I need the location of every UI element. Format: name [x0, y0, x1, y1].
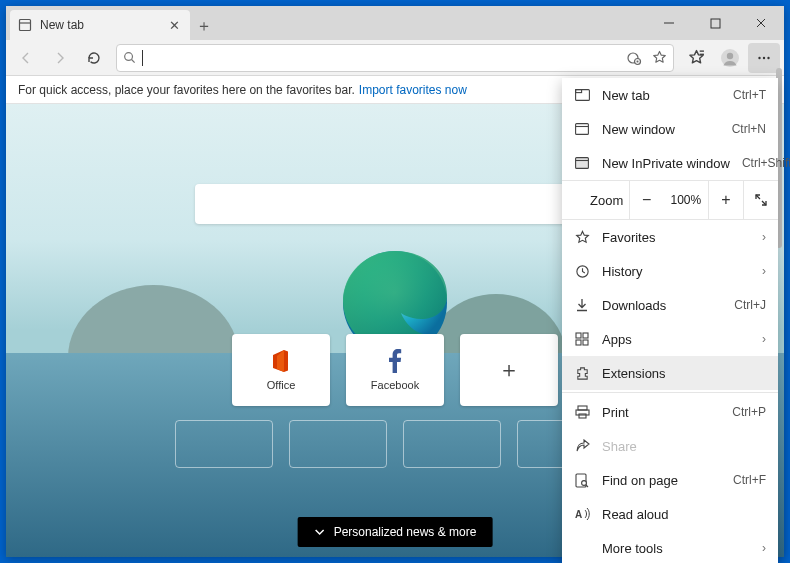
news-label: Personalized news & more	[334, 525, 477, 539]
profile-button[interactable]	[714, 43, 746, 73]
browser-window: New tab ✕ ＋	[6, 6, 784, 557]
text-cursor	[142, 50, 143, 66]
svg-rect-23	[576, 124, 589, 135]
history-icon	[574, 263, 590, 279]
zoom-out-button[interactable]: −	[629, 181, 664, 219]
svg-point-14	[727, 52, 733, 58]
share-icon	[574, 438, 590, 454]
office-icon	[269, 349, 293, 373]
menu-history[interactable]: History ›	[562, 254, 778, 288]
window-icon	[574, 121, 590, 137]
apps-icon	[574, 331, 590, 347]
facebook-icon	[383, 349, 407, 373]
menu-find[interactable]: Find on page Ctrl+F	[562, 463, 778, 497]
menu-zoom: Zoom − 100% +	[562, 180, 778, 220]
import-favorites-link[interactable]: Import favorites now	[359, 83, 467, 97]
svg-point-10	[637, 60, 639, 62]
read-aloud-icon: A	[574, 506, 590, 522]
favorites-button[interactable]	[680, 43, 712, 73]
menu-read-aloud[interactable]: A Read aloud	[562, 497, 778, 531]
menu-favorites[interactable]: Favorites ›	[562, 220, 778, 254]
svg-rect-21	[575, 90, 589, 101]
download-icon	[574, 297, 590, 313]
chevron-right-icon: ›	[762, 230, 766, 244]
svg-rect-32	[583, 340, 588, 345]
menu-downloads[interactable]: Downloads Ctrl+J	[562, 288, 778, 322]
titlebar: New tab ✕ ＋	[6, 6, 784, 40]
svg-point-37	[582, 480, 587, 485]
menu-extensions[interactable]: Extensions	[562, 356, 778, 390]
menu-share: Share	[562, 429, 778, 463]
minimize-button[interactable]	[646, 6, 692, 40]
svg-rect-0	[20, 20, 31, 31]
svg-rect-3	[711, 19, 720, 28]
address-bar[interactable]	[116, 44, 674, 72]
chevron-down-icon	[314, 526, 326, 538]
inprivate-icon	[574, 155, 590, 171]
svg-text:A: A	[575, 509, 582, 520]
new-tab-button[interactable]: ＋	[190, 12, 218, 40]
chevron-right-icon: ›	[762, 332, 766, 346]
plus-icon: ＋	[497, 358, 521, 382]
active-tab[interactable]: New tab ✕	[10, 10, 190, 40]
menu-more-tools[interactable]: More tools ›	[562, 531, 778, 563]
ntp-search-box[interactable]	[195, 184, 595, 224]
svg-point-16	[763, 56, 765, 58]
extensions-icon	[574, 365, 590, 381]
tile-label: Facebook	[371, 379, 419, 391]
add-quick-link-button[interactable]: ＋	[460, 334, 558, 406]
menu-apps[interactable]: Apps ›	[562, 322, 778, 356]
svg-rect-22	[575, 90, 581, 93]
star-icon	[574, 229, 590, 245]
fullscreen-button[interactable]	[743, 181, 778, 219]
menu-print[interactable]: Print Ctrl+P	[562, 395, 778, 429]
menu-new-tab[interactable]: New tab Ctrl+T	[562, 78, 778, 112]
back-button[interactable]	[10, 43, 42, 73]
find-icon	[574, 472, 590, 488]
quick-links: Office Facebook ＋	[232, 334, 558, 406]
forward-button[interactable]	[44, 43, 76, 73]
quick-link-placeholder	[403, 420, 501, 468]
quick-link-office[interactable]: Office	[232, 334, 330, 406]
maximize-button[interactable]	[692, 6, 738, 40]
print-icon	[574, 404, 590, 420]
quick-link-facebook[interactable]: Facebook	[346, 334, 444, 406]
settings-menu: New tab Ctrl+T New window Ctrl+N New InP…	[562, 78, 778, 563]
page-icon	[18, 18, 32, 32]
search-icon	[123, 51, 136, 64]
menu-separator	[562, 392, 778, 393]
menu-new-window[interactable]: New window Ctrl+N	[562, 112, 778, 146]
quick-link-placeholders	[175, 420, 615, 468]
svg-point-6	[125, 53, 133, 61]
news-expand-button[interactable]: Personalized news & more	[298, 517, 493, 547]
tile-label: Office	[267, 379, 296, 391]
window-controls	[646, 6, 784, 40]
svg-point-15	[758, 56, 760, 58]
svg-rect-30	[583, 333, 588, 338]
svg-rect-26	[576, 158, 589, 169]
zoom-value: 100%	[664, 193, 708, 207]
quick-link-placeholder	[175, 420, 273, 468]
svg-line-7	[132, 60, 135, 63]
svg-rect-33	[578, 406, 587, 410]
svg-rect-31	[576, 340, 581, 345]
tab-close-icon[interactable]: ✕	[166, 18, 182, 33]
favorites-bar-text: For quick access, place your favorites h…	[18, 83, 355, 97]
svg-rect-29	[576, 333, 581, 338]
zoom-in-button[interactable]: +	[708, 181, 743, 219]
favorite-star-icon[interactable]	[652, 50, 667, 66]
toolbar	[6, 40, 784, 76]
tab-title: New tab	[40, 18, 166, 32]
zoom-label: Zoom	[562, 193, 629, 208]
quick-link-placeholder	[289, 420, 387, 468]
tracking-prevention-icon[interactable]	[626, 50, 642, 66]
svg-point-17	[767, 56, 769, 58]
menu-new-inprivate[interactable]: New InPrivate window Ctrl+Shift+N	[562, 146, 778, 180]
chevron-right-icon: ›	[762, 541, 766, 555]
new-tab-icon	[574, 87, 590, 103]
refresh-button[interactable]	[78, 43, 110, 73]
chevron-right-icon: ›	[762, 264, 766, 278]
